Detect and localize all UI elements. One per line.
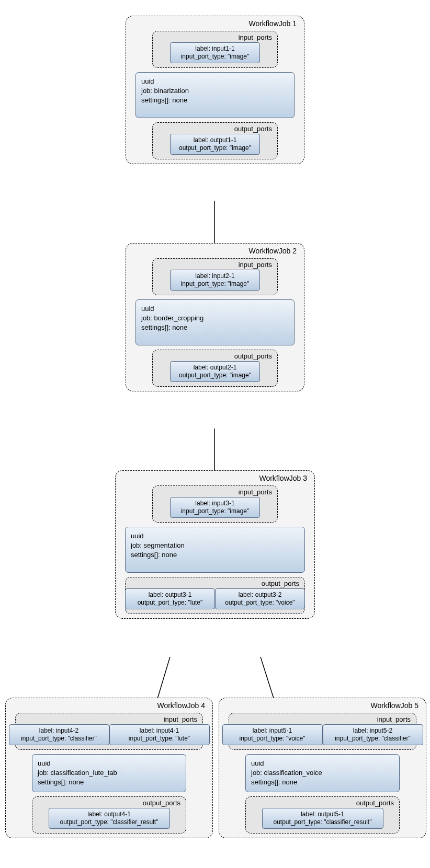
job-body: uuid job: segmentation settings[]: none: [125, 527, 305, 573]
input-port: label: input1-1 input_port_type: "image": [170, 42, 260, 63]
job-title: WorkflowJob 5: [219, 698, 426, 711]
port-type-line: output_port_type: "lute": [131, 599, 209, 607]
port-type-line: input_port_type: "image": [176, 53, 254, 61]
port-type-line: input_port_type: "classifier": [15, 735, 104, 743]
port-label-line: label: output5-1: [268, 811, 378, 818]
body-line: uuid: [141, 77, 289, 86]
port-label-line: label: input1-1: [176, 45, 254, 53]
output-ports-title: output_ports: [153, 350, 277, 361]
input-ports-title: input_ports: [16, 713, 202, 724]
output-port: label: output3-2 output_port_type: "voic…: [215, 588, 305, 609]
input-port: label: input3-1 input_port_type: "image": [170, 497, 260, 518]
body-line: job: segmentation: [131, 541, 299, 550]
port-type-line: input_port_type: "voice": [228, 735, 317, 743]
body-line: job: binarization: [141, 86, 289, 96]
output-port: label: output4-1 output_port_type: "clas…: [49, 808, 170, 829]
body-line: settings[]: none: [131, 550, 299, 560]
job-body: uuid job: classification_lute_tab settin…: [32, 754, 186, 792]
body-line: job: classification_voice: [251, 768, 394, 778]
workflow-job-3: WorkflowJob 3 input_ports label: input3-…: [115, 470, 315, 619]
job-title: WorkflowJob 4: [6, 698, 212, 711]
workflow-job-5: WorkflowJob 5 input_ports label: input5-…: [219, 698, 426, 838]
port-type-line: input_port_type: "lute": [115, 735, 204, 743]
workflow-job-4: WorkflowJob 4 input_ports label: input4-…: [5, 698, 213, 838]
input-ports-title: input_ports: [153, 486, 277, 497]
input-port: label: input2-1 input_port_type: "image": [170, 270, 260, 291]
output-ports-title: output_ports: [126, 577, 304, 588]
port-label-line: label: input5-1: [228, 727, 317, 735]
input-ports-title: input_ports: [153, 31, 277, 42]
input-ports-box: input_ports label: input2-1 input_port_t…: [152, 258, 278, 295]
port-label-line: label: input4-1: [115, 727, 204, 735]
body-line: job: border_cropping: [141, 314, 289, 323]
port-label-line: label: output1-1: [176, 136, 254, 144]
port-label-line: label: output3-2: [221, 591, 299, 599]
port-type-line: output_port_type: "classifier_result": [54, 818, 164, 826]
port-label-line: label: input3-1: [176, 500, 254, 507]
port-label-line: label: input2-1: [176, 272, 254, 280]
output-port: label: output1-1 output_port_type: "imag…: [170, 134, 260, 155]
port-label-line: label: output4-1: [54, 811, 164, 818]
port-type-line: output_port_type: "classifier_result": [268, 818, 378, 826]
port-type-line: input_port_type: "image": [176, 507, 254, 515]
body-line: uuid: [38, 759, 180, 768]
input-port: label: input4-2 input_port_type: "classi…: [9, 724, 109, 745]
job-title: WorkflowJob 3: [116, 471, 314, 483]
output-ports-box: output_ports label: output1-1 output_por…: [152, 122, 278, 159]
input-ports-box: input_ports label: input5-1 input_port_t…: [229, 713, 416, 750]
input-ports-title: input_ports: [153, 259, 277, 270]
port-type-line: input_port_type: "classifier": [329, 735, 417, 743]
input-port: label: input4-1 input_port_type: "lute": [109, 724, 210, 745]
job-body: uuid job: binarization settings[]: none: [135, 72, 295, 118]
job-title: WorkflowJob 1: [126, 16, 304, 29]
job-title: WorkflowJob 2: [126, 244, 304, 256]
job-body: uuid job: classification_voice settings[…: [245, 754, 400, 792]
body-line: settings[]: none: [141, 96, 289, 105]
output-ports-box: output_ports label: output3-1 output_por…: [125, 577, 305, 614]
port-label-line: label: output2-1: [176, 364, 254, 372]
workflow-job-1: WorkflowJob 1 input_ports label: input1-…: [126, 16, 304, 164]
body-line: settings[]: none: [251, 778, 394, 787]
port-label-line: label: input4-2: [15, 727, 104, 735]
output-port: label: output2-1 output_port_type: "imag…: [170, 361, 260, 382]
output-port: label: output5-1 output_port_type: "clas…: [262, 808, 383, 829]
output-ports-title: output_ports: [246, 797, 399, 808]
body-line: settings[]: none: [38, 778, 180, 787]
port-type-line: input_port_type: "image": [176, 280, 254, 288]
port-label-line: label: input5-2: [329, 727, 417, 735]
port-type-line: output_port_type: "image": [176, 144, 254, 152]
input-ports-box: input_ports label: input4-2 input_port_t…: [15, 713, 203, 750]
output-ports-title: output_ports: [153, 123, 277, 134]
body-line: uuid: [131, 531, 299, 541]
input-ports-box: input_ports label: input1-1 input_port_t…: [152, 31, 278, 68]
body-line: settings[]: none: [141, 323, 289, 332]
body-line: uuid: [251, 759, 394, 768]
output-ports-box: output_ports label: output4-1 output_por…: [32, 796, 186, 834]
port-type-line: output_port_type: "image": [176, 372, 254, 379]
output-ports-title: output_ports: [32, 797, 186, 808]
diagram-canvas: WorkflowJob 1 input_ports label: input1-…: [0, 0, 430, 868]
input-port: label: input5-2 input_port_type: "classi…: [323, 724, 423, 745]
output-port: label: output3-1 output_port_type: "lute…: [125, 588, 215, 609]
input-port: label: input5-1 input_port_type: "voice": [222, 724, 323, 745]
input-ports-box: input_ports label: input3-1 input_port_t…: [152, 485, 278, 523]
output-ports-box: output_ports label: output5-1 output_por…: [245, 796, 400, 834]
port-label-line: label: output3-1: [131, 591, 209, 599]
workflow-job-2: WorkflowJob 2 input_ports label: input2-…: [126, 243, 304, 391]
output-ports-box: output_ports label: output2-1 output_por…: [152, 350, 278, 387]
body-line: job: classification_lute_tab: [38, 768, 180, 778]
port-type-line: output_port_type: "voice": [221, 599, 299, 607]
body-line: uuid: [141, 304, 289, 314]
job-body: uuid job: border_cropping settings[]: no…: [135, 299, 295, 345]
input-ports-title: input_ports: [229, 713, 416, 724]
